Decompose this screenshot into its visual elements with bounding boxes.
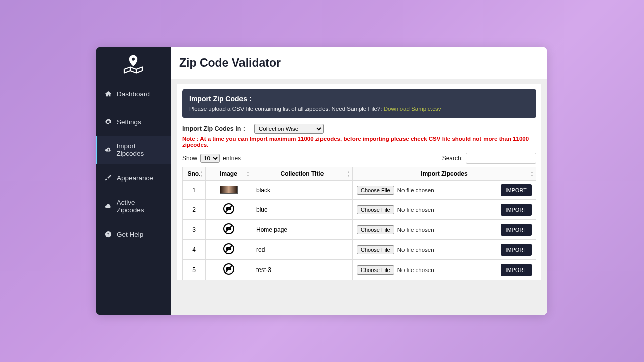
table-row: 2blueChoose FileNo file chosenIMPORT [183, 200, 536, 220]
cell-sno: 1 [183, 181, 206, 200]
sidebar-item-label: Active Zipcodes [117, 199, 164, 214]
svg-text:?: ? [107, 232, 110, 237]
map-pin-icon [121, 52, 145, 74]
import-button[interactable]: IMPORT [501, 224, 532, 236]
cell-title: black [252, 181, 353, 200]
th-title[interactable]: Collection Title▲▼ [252, 167, 353, 181]
cell-title: blue [252, 200, 353, 220]
brush-icon [104, 174, 113, 182]
sidebar-item-label: Settings [117, 118, 141, 126]
choose-file-button[interactable]: Choose File [357, 265, 394, 275]
file-chosen-label: No file chosen [397, 267, 434, 273]
no-image-icon [223, 203, 235, 215]
page-size-select[interactable]: 10 [200, 154, 220, 163]
choose-file-button[interactable]: Choose File [357, 245, 394, 254]
notice-body: Please upload a CSV file containing list… [189, 106, 529, 112]
collection-thumb [220, 186, 238, 194]
cell-image [206, 240, 252, 260]
filter-row: Import Zip Codes In : Collection Wise [182, 124, 536, 134]
sort-icon: ▲▼ [347, 170, 350, 177]
cloud-upload-icon [104, 146, 113, 153]
table-row: 3Home pageChoose FileNo file chosenIMPOR… [183, 220, 536, 240]
cell-title: red [252, 240, 353, 260]
main-area: Zip Code Validator Import Zip Codes : Pl… [171, 47, 547, 315]
th-import[interactable]: Import Zipcodes▲▼ [353, 167, 536, 181]
cell-sno: 3 [183, 220, 206, 240]
sidebar-nav: Dashboard Settings Import Zipcodes Appea… [96, 79, 171, 248]
cell-import: Choose FileNo file chosenIMPORT [353, 240, 536, 260]
import-button[interactable]: IMPORT [501, 264, 532, 276]
choose-file-button[interactable]: Choose File [357, 225, 394, 234]
entries-label: entries [223, 155, 241, 162]
cell-import: Choose FileNo file chosenIMPORT [353, 260, 536, 280]
table-row: 5test-3Choose FileNo file chosenIMPORT [183, 260, 536, 280]
cell-import: Choose FileNo file chosenIMPORT [353, 220, 536, 240]
sidebar-item-label: Get Help [117, 231, 143, 238]
import-button[interactable]: IMPORT [501, 184, 532, 196]
table-row: 1blackChoose FileNo file chosenIMPORT [183, 181, 536, 200]
sidebar-item-import-zipcodes[interactable]: Import Zipcodes [96, 136, 171, 164]
th-image[interactable]: Image▲▼ [206, 167, 252, 181]
cell-title: Home page [252, 220, 353, 240]
sidebar-item-appearance[interactable]: Appearance [96, 164, 171, 192]
notice-text: Please upload a CSV file containing list… [189, 106, 384, 112]
show-label: Show [182, 155, 197, 162]
no-image-icon [223, 263, 235, 275]
page-size-control: Show 10 entries [182, 154, 241, 163]
collection-mode-select[interactable]: Collection Wise [254, 124, 324, 134]
import-button[interactable]: IMPORT [501, 204, 532, 216]
choose-file-button[interactable]: Choose File [357, 205, 394, 214]
sidebar: Dashboard Settings Import Zipcodes Appea… [96, 47, 171, 315]
content-wrap: Import Zip Codes : Please upload a CSV f… [171, 79, 547, 315]
page-title: Zip Code Validator [179, 56, 281, 70]
app-logo [96, 47, 171, 79]
sidebar-item-label: Dashboard [117, 90, 150, 98]
download-sample-link[interactable]: Download Sample.csv [384, 106, 441, 112]
app-shell: Dashboard Settings Import Zipcodes Appea… [96, 47, 547, 315]
import-button[interactable]: IMPORT [501, 244, 532, 256]
question-icon: ? [104, 231, 113, 238]
page-header: Zip Code Validator [171, 47, 547, 79]
content-card: Import Zip Codes : Please upload a CSV f… [177, 84, 541, 280]
gear-icon [104, 118, 113, 125]
sidebar-item-dashboard[interactable]: Dashboard [96, 79, 171, 108]
file-chosen-label: No file chosen [397, 247, 434, 253]
th-sno[interactable]: Sno.▲▼ [183, 167, 206, 181]
sidebar-item-label: Import Zipcodes [117, 142, 164, 157]
sidebar-item-label: Appearance [117, 174, 153, 182]
search-control: Search: [442, 153, 536, 164]
file-chosen-label: No file chosen [397, 227, 434, 233]
sort-icon: ▲▼ [530, 170, 534, 177]
no-image-icon [223, 243, 235, 255]
warning-note: Note : At a time you can Import maximum … [182, 136, 536, 148]
sort-icon: ▲▼ [246, 170, 250, 177]
choose-file-button[interactable]: Choose File [357, 186, 394, 195]
cell-sno: 4 [183, 240, 206, 260]
cell-sno: 5 [183, 260, 206, 280]
filter-label: Import Zip Codes In : [182, 125, 245, 132]
import-notice: Import Zip Codes : Please upload a CSV f… [182, 89, 536, 118]
sidebar-item-active-zipcodes[interactable]: Active Zipcodes [96, 192, 171, 220]
table-toolbar: Show 10 entries Search: [182, 153, 536, 164]
cloud-icon [104, 203, 113, 210]
sidebar-item-get-help[interactable]: ? Get Help [96, 220, 171, 248]
cell-import: Choose FileNo file chosenIMPORT [353, 200, 536, 220]
cell-sno: 2 [183, 200, 206, 220]
file-chosen-label: No file chosen [397, 207, 434, 213]
table-head: Sno.▲▼ Image▲▼ Collection Title▲▼ Import… [183, 167, 536, 181]
notice-title: Import Zip Codes : [189, 95, 529, 103]
cell-import: Choose FileNo file chosenIMPORT [353, 181, 536, 200]
sort-icon: ▲▼ [200, 170, 203, 177]
sidebar-item-settings[interactable]: Settings [96, 108, 171, 136]
home-icon [104, 90, 113, 97]
search-label: Search: [442, 155, 463, 162]
cell-title: test-3 [252, 260, 353, 280]
svg-point-0 [132, 57, 135, 60]
table-body: 1blackChoose FileNo file chosenIMPORT2bl… [183, 181, 536, 280]
table-row: 4redChoose FileNo file chosenIMPORT [183, 240, 536, 260]
search-input[interactable] [466, 153, 536, 164]
cell-image [206, 260, 252, 280]
cell-image [206, 220, 252, 240]
cell-image [206, 200, 252, 220]
cell-image [206, 181, 252, 200]
